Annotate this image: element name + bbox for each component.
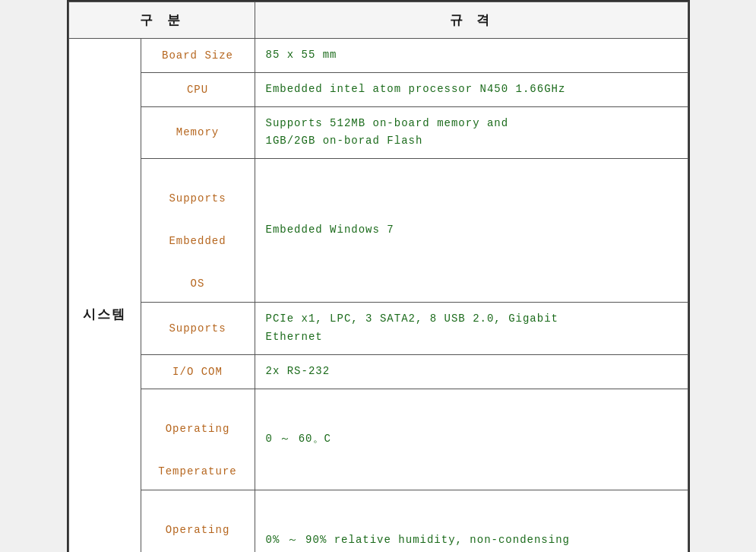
embedded-os-value: Embedded Windows 7 <box>255 159 688 303</box>
system-category: 시스템 <box>68 39 141 553</box>
header-spec: 규 격 <box>255 2 688 39</box>
table-row: Memory Supports 512MB on-board memory an… <box>68 106 688 159</box>
table-row: 시스템 Board Size 85 x 55 mm <box>68 39 688 73</box>
board-size-value: 85 x 55 mm <box>255 39 688 73</box>
cpu-label: CPU <box>141 72 255 106</box>
board-size-label: Board Size <box>141 39 255 73</box>
op-temp-value: 0 ～ 60。C <box>255 389 688 490</box>
table-row: CPU Embedded intel atom processor N450 1… <box>68 72 688 106</box>
op-humidity-value: 0% ～ 90% relative humidity, non-condensi… <box>255 490 688 552</box>
io-com-value: 2x RS-232 <box>255 354 688 389</box>
embedded-os-label: Supports Embedded OS <box>141 159 255 303</box>
op-humidity-label: Operating Humidity <box>141 490 255 552</box>
table-header-row: 구 분 규 격 <box>68 2 688 39</box>
memory-label: Memory <box>141 106 255 159</box>
table-row: Supports Embedded OS Embedded Windows 7 <box>68 159 688 303</box>
supports-label: Supports <box>141 303 255 355</box>
table-row: Operating Temperature 0 ～ 60。C <box>68 389 688 490</box>
header-category: 구 분 <box>68 2 255 39</box>
table-row: Operating Humidity 0% ～ 90% relative hum… <box>68 490 688 552</box>
memory-value: Supports 512MB on-board memory and 1GB/2… <box>255 106 688 159</box>
table-row: I/O COM 2x RS-232 <box>68 354 688 389</box>
spec-table: 구 분 규 격 시스템 Board Size 85 x 55 mm CPU Em… <box>68 2 688 552</box>
supports-value: PCIe x1, LPC, 3 SATA2, 8 USB 2.0, Gigabi… <box>255 303 688 355</box>
spec-table-container: 구 분 규 격 시스템 Board Size 85 x 55 mm CPU Em… <box>67 0 690 552</box>
table-row: Supports PCIe x1, LPC, 3 SATA2, 8 USB 2.… <box>68 303 688 355</box>
io-com-label: I/O COM <box>141 354 255 389</box>
op-temp-label: Operating Temperature <box>141 389 255 490</box>
cpu-value: Embedded intel atom processor N450 1.66G… <box>255 72 688 106</box>
